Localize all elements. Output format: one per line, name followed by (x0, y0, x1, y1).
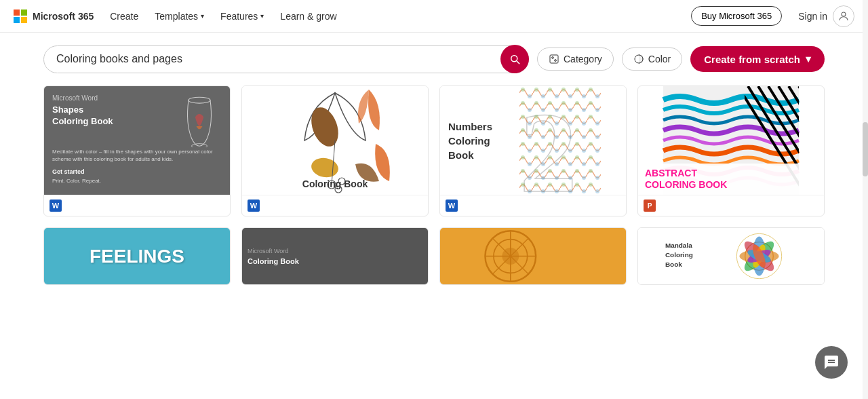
nav-features[interactable]: Features ▾ (220, 11, 264, 22)
card4-label-area: ABSTRACTCOLORING BOOK (638, 164, 824, 195)
template-card-orange[interactable] (439, 227, 627, 285)
search-button[interactable] (500, 45, 529, 73)
category-label: Category (564, 54, 602, 64)
color-filter-button[interactable]: Color (622, 48, 682, 71)
template-card-shapes[interactable]: Microsoft Word ShapesColoring Book Medit… (43, 86, 231, 216)
chevron-down-icon: ▾ (260, 12, 264, 20)
svg-point-6 (191, 144, 207, 147)
template-card-word-coloring[interactable]: Microsoft Word Coloring Book (241, 227, 429, 285)
word-icon: W (50, 200, 62, 212)
svg-point-0 (842, 12, 846, 16)
template-grid-row2: FEELINGS Microsoft Word Coloring Book (0, 227, 868, 285)
svg-rect-14 (519, 86, 601, 195)
svg-text:Book: Book (665, 261, 682, 268)
svg-text:Mandala: Mandala (665, 242, 692, 249)
svg-point-8 (310, 156, 340, 180)
search-input[interactable] (56, 53, 502, 65)
avatar (833, 5, 854, 27)
scrollbar-thumb[interactable] (863, 122, 868, 176)
svg-point-7 (307, 104, 343, 151)
navigation: Microsoft 365 Create Templates ▾ Feature… (0, 0, 868, 33)
color-label: Color (648, 54, 671, 64)
sign-in-button[interactable]: Sign in (798, 5, 854, 27)
card1-sub2: Print. Color. Repeat. (52, 178, 222, 184)
template-card-numbers[interactable]: 2 NumbersColoringBook W (439, 86, 627, 216)
mandala-illustration: Mandala Coloring Book (638, 228, 824, 284)
card4-title: ABSTRACTCOLORING BOOK (645, 168, 817, 191)
search-area: ✕ Category Color Create from scratch ▾ (0, 33, 868, 86)
powerpoint-icon: P (644, 200, 656, 212)
svg-point-5 (189, 97, 210, 103)
template-card-abstract[interactable]: ABSTRACTCOLORING BOOK P (637, 86, 825, 216)
card3-title: NumbersColoringBook (448, 119, 492, 162)
card1-footer: W (44, 195, 230, 216)
template-card-coloring-book[interactable]: Coloring Book W (241, 86, 429, 216)
orange-pattern (440, 228, 626, 284)
chat-button[interactable] (815, 346, 848, 379)
svg-point-3 (555, 60, 557, 62)
bottom-card2-title: Coloring Book (248, 257, 299, 265)
svg-text:Coloring: Coloring (665, 251, 693, 259)
card1-cta: Get started (52, 168, 222, 175)
search-bar: ✕ (43, 45, 529, 73)
chevron-down-icon: ▾ (806, 53, 811, 65)
category-filter-button[interactable]: Category (537, 48, 614, 71)
microsoft-logo-icon (14, 10, 27, 23)
word-icon: W (248, 200, 260, 212)
template-grid: Microsoft Word ShapesColoring Book Medit… (0, 86, 868, 216)
word-icon: W (446, 200, 458, 212)
card3-footer: W (440, 195, 626, 216)
feelings-text: FEELINGS (90, 246, 184, 267)
chevron-down-icon: ▾ (201, 12, 204, 20)
logo-text: Microsoft 365 (33, 11, 94, 22)
nav-learn[interactable]: Learn & grow (280, 11, 336, 22)
card1-desc: Meditate with color – fill in the shapes… (52, 148, 222, 163)
nav-create[interactable]: Create (110, 11, 138, 22)
scrollbar[interactable] (863, 0, 868, 399)
svg-point-2 (552, 57, 554, 59)
card2-footer: W (242, 195, 428, 216)
template-card-feelings[interactable]: FEELINGS (43, 227, 231, 285)
buy-button[interactable]: Buy Microsoft 365 (691, 6, 782, 26)
template-card-mandala[interactable]: Mandala Coloring Book (637, 227, 825, 285)
nav-templates[interactable]: Templates ▾ (155, 11, 204, 22)
card2-title: Coloring Book (242, 178, 428, 189)
card4-footer: P (638, 195, 824, 216)
svg-rect-1 (550, 55, 558, 63)
logo[interactable]: Microsoft 365 (14, 10, 94, 23)
bottom-card2-subtitle: Microsoft Word (248, 248, 288, 254)
vase-icon (182, 93, 216, 147)
create-from-scratch-button[interactable]: Create from scratch ▾ (690, 46, 825, 72)
